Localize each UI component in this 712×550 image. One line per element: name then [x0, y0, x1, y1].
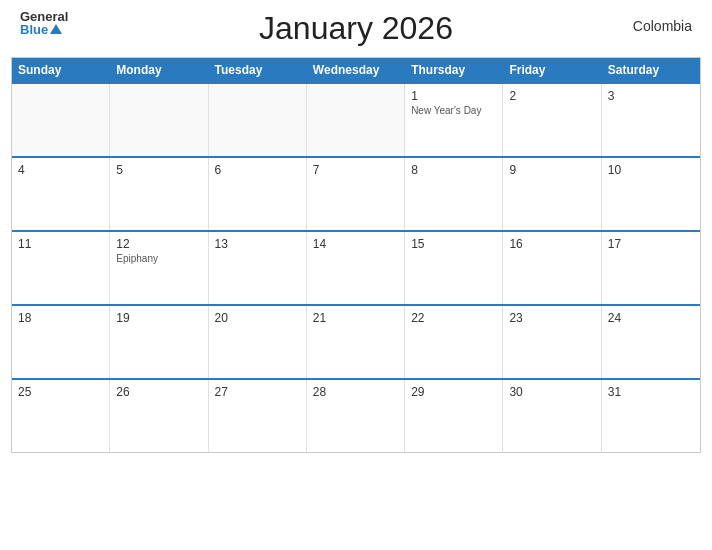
day-number: 27 [215, 385, 300, 399]
day-number: 6 [215, 163, 300, 177]
calendar-cell: 11 [12, 232, 110, 304]
day-number: 5 [116, 163, 201, 177]
day-number: 9 [509, 163, 594, 177]
week-row-1: 1New Year's Day23 [12, 82, 700, 156]
week-row-4: 18192021222324 [12, 304, 700, 378]
calendar-cell: 25 [12, 380, 110, 452]
day-number: 22 [411, 311, 496, 325]
week-row-2: 45678910 [12, 156, 700, 230]
day-number: 28 [313, 385, 398, 399]
weekday-header-saturday: Saturday [602, 58, 700, 82]
calendar-cell [209, 84, 307, 156]
calendar-cell: 21 [307, 306, 405, 378]
day-number: 30 [509, 385, 594, 399]
weekday-header-wednesday: Wednesday [307, 58, 405, 82]
day-number: 1 [411, 89, 496, 103]
calendar-cell: 29 [405, 380, 503, 452]
calendar-header: General Blue January 2026 Colombia [0, 0, 712, 57]
calendar-cell: 26 [110, 380, 208, 452]
calendar-cell: 19 [110, 306, 208, 378]
day-number: 10 [608, 163, 694, 177]
holiday-label: Epiphany [116, 253, 201, 264]
day-number: 4 [18, 163, 103, 177]
day-number: 19 [116, 311, 201, 325]
logo-triangle-icon [50, 24, 62, 34]
calendar-cell: 18 [12, 306, 110, 378]
logo-blue-text: Blue [20, 23, 68, 36]
day-number: 17 [608, 237, 694, 251]
weekday-header-sunday: Sunday [12, 58, 110, 82]
calendar-body: 1New Year's Day23456789101112Epiphany131… [12, 82, 700, 452]
day-number: 29 [411, 385, 496, 399]
calendar: SundayMondayTuesdayWednesdayThursdayFrid… [11, 57, 701, 453]
day-number: 7 [313, 163, 398, 177]
calendar-cell: 10 [602, 158, 700, 230]
day-number: 14 [313, 237, 398, 251]
calendar-cell [12, 84, 110, 156]
day-number: 26 [116, 385, 201, 399]
calendar-cell [307, 84, 405, 156]
day-number: 25 [18, 385, 103, 399]
calendar-cell: 14 [307, 232, 405, 304]
calendar-cell: 5 [110, 158, 208, 230]
day-number: 31 [608, 385, 694, 399]
calendar-cell: 31 [602, 380, 700, 452]
day-number: 16 [509, 237, 594, 251]
calendar-cell: 17 [602, 232, 700, 304]
day-number: 20 [215, 311, 300, 325]
day-number: 8 [411, 163, 496, 177]
calendar-cell: 12Epiphany [110, 232, 208, 304]
day-number: 2 [509, 89, 594, 103]
calendar-cell: 28 [307, 380, 405, 452]
day-number: 23 [509, 311, 594, 325]
calendar-cell: 13 [209, 232, 307, 304]
week-row-3: 1112Epiphany1314151617 [12, 230, 700, 304]
weekday-header-thursday: Thursday [405, 58, 503, 82]
calendar-cell: 30 [503, 380, 601, 452]
holiday-label: New Year's Day [411, 105, 496, 116]
calendar-cell: 22 [405, 306, 503, 378]
weekday-header-tuesday: Tuesday [209, 58, 307, 82]
week-row-5: 25262728293031 [12, 378, 700, 452]
calendar-cell: 16 [503, 232, 601, 304]
day-number: 12 [116, 237, 201, 251]
country-label: Colombia [633, 18, 692, 34]
calendar-cell: 2 [503, 84, 601, 156]
calendar-cell: 15 [405, 232, 503, 304]
calendar-cell: 20 [209, 306, 307, 378]
calendar-cell: 23 [503, 306, 601, 378]
calendar-cell: 8 [405, 158, 503, 230]
day-number: 15 [411, 237, 496, 251]
day-number: 13 [215, 237, 300, 251]
weekday-header-row: SundayMondayTuesdayWednesdayThursdayFrid… [12, 58, 700, 82]
calendar-cell: 1New Year's Day [405, 84, 503, 156]
calendar-cell: 3 [602, 84, 700, 156]
calendar-cell: 7 [307, 158, 405, 230]
day-number: 3 [608, 89, 694, 103]
calendar-cell: 6 [209, 158, 307, 230]
day-number: 18 [18, 311, 103, 325]
weekday-header-friday: Friday [503, 58, 601, 82]
day-number: 21 [313, 311, 398, 325]
day-number: 11 [18, 237, 103, 251]
calendar-cell [110, 84, 208, 156]
page-title: January 2026 [259, 10, 453, 47]
logo: General Blue [20, 10, 68, 36]
calendar-cell: 24 [602, 306, 700, 378]
weekday-header-monday: Monday [110, 58, 208, 82]
day-number: 24 [608, 311, 694, 325]
calendar-cell: 9 [503, 158, 601, 230]
calendar-cell: 4 [12, 158, 110, 230]
calendar-cell: 27 [209, 380, 307, 452]
